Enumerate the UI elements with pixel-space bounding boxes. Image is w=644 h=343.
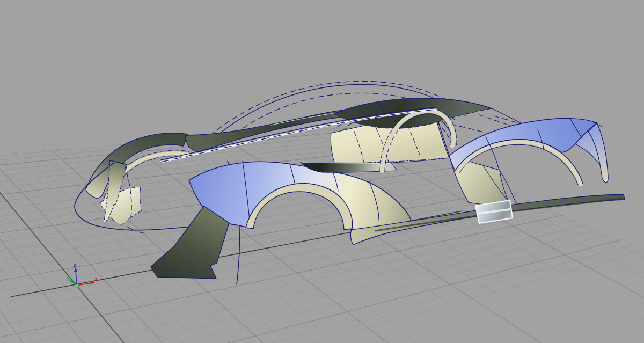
cad-viewport[interactable]: z y x <box>0 0 644 343</box>
z-axis-label: z <box>73 261 77 268</box>
origin-point <box>76 284 78 287</box>
x-axis-label: x <box>94 275 98 282</box>
intake-lip-highlight <box>302 163 391 163</box>
y-axis-label: y <box>67 274 70 281</box>
